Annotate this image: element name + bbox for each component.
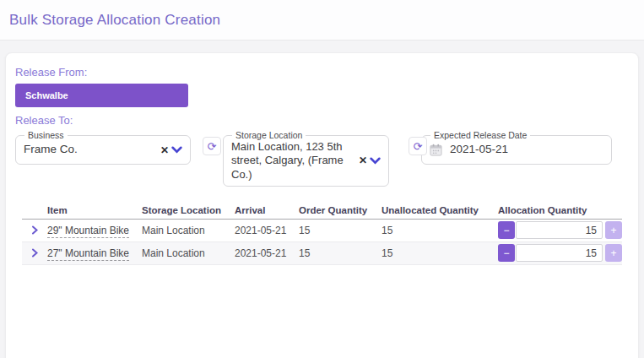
decrement-button[interactable]: −	[498, 221, 515, 239]
clear-icon[interactable]: ✕	[359, 155, 367, 166]
business-field-label: Business	[24, 130, 68, 140]
table-row: 29" Mountain Bike Main Location 2021-05-…	[22, 220, 622, 242]
cell-order-quantity: 15	[299, 247, 382, 259]
cell-unallocated-quantity: 15	[382, 247, 498, 259]
row-expander-button[interactable]	[22, 225, 47, 235]
release-from-badge[interactable]: Schwalbe	[15, 84, 188, 107]
column-header-unallocated-quantity: Unallocated Quantity	[382, 205, 498, 215]
allocation-quantity-input[interactable]	[516, 244, 603, 262]
column-header-item: Item	[47, 205, 142, 215]
expected-release-date-label: Expected Release Date	[430, 130, 530, 140]
release-to-fields: Business Frame Co. ✕ Storage Location Ma…	[15, 130, 629, 187]
refresh-icon: ⟳	[414, 140, 423, 153]
cell-unallocated-quantity: 15	[382, 225, 498, 236]
storage-location-value: Main Location, 123 5th street, Calgary, …	[231, 140, 355, 182]
decrement-button[interactable]: −	[498, 244, 515, 262]
release-from-label: Release From:	[15, 66, 629, 79]
business-value: Frame Co.	[24, 143, 157, 157]
allocation-quantity-input[interactable]	[516, 221, 603, 239]
storage-location-field-label: Storage Location	[232, 130, 306, 140]
increment-button[interactable]: +	[605, 221, 622, 239]
column-header-order-quantity: Order Quantity	[299, 205, 382, 215]
table-header-row: Item Storage Location Arrival Order Quan…	[22, 205, 622, 220]
app-header: Bulk Storage Allocation Creation	[0, 0, 644, 41]
refresh-storage-location-button[interactable]: ⟳	[409, 137, 427, 155]
chevron-down-icon[interactable]	[171, 146, 182, 154]
clear-icon[interactable]: ✕	[160, 144, 169, 156]
cell-storage-location: Main Location	[142, 247, 235, 259]
column-header-storage-location: Storage Location	[142, 205, 235, 215]
expected-release-date-value: 2021-05-21	[450, 143, 603, 157]
cell-storage-location: Main Location	[142, 225, 235, 236]
calendar-icon	[430, 144, 442, 156]
content-card: Release From: Schwalbe Release To: Busin…	[5, 52, 639, 358]
cell-order-quantity: 15	[299, 225, 382, 236]
refresh-icon: ⟳	[208, 140, 217, 153]
chevron-down-icon[interactable]	[370, 157, 381, 165]
row-expander-button[interactable]	[22, 248, 47, 258]
column-header-arrival: Arrival	[235, 205, 299, 215]
item-link[interactable]: 29" Mountain Bike	[47, 225, 129, 238]
allocation-quantity-stepper: − +	[498, 221, 622, 239]
allocation-quantity-stepper: − +	[498, 244, 622, 262]
allocation-table: Item Storage Location Arrival Order Quan…	[22, 205, 622, 265]
column-header-allocation-quantity: Allocation Quantity	[498, 205, 622, 215]
business-select[interactable]: Business Frame Co. ✕	[15, 130, 191, 165]
chevron-right-icon	[31, 248, 39, 258]
chevron-right-icon	[31, 225, 39, 235]
release-to-label: Release To:	[15, 114, 629, 127]
cell-arrival: 2021-05-21	[235, 247, 299, 259]
page-title: Bulk Storage Allocation Creation	[9, 12, 220, 29]
increment-button[interactable]: +	[605, 244, 622, 262]
cell-arrival: 2021-05-21	[235, 225, 299, 236]
table-row: 27" Mountain Bike Main Location 2021-05-…	[22, 242, 622, 265]
storage-location-select[interactable]: Storage Location Main Location, 123 5th …	[223, 130, 389, 187]
item-link[interactable]: 27" Mountain Bike	[47, 247, 129, 261]
expected-release-date-field[interactable]: Expected Release Date 2021-05-21	[421, 130, 612, 165]
refresh-business-button[interactable]: ⟳	[203, 137, 221, 155]
